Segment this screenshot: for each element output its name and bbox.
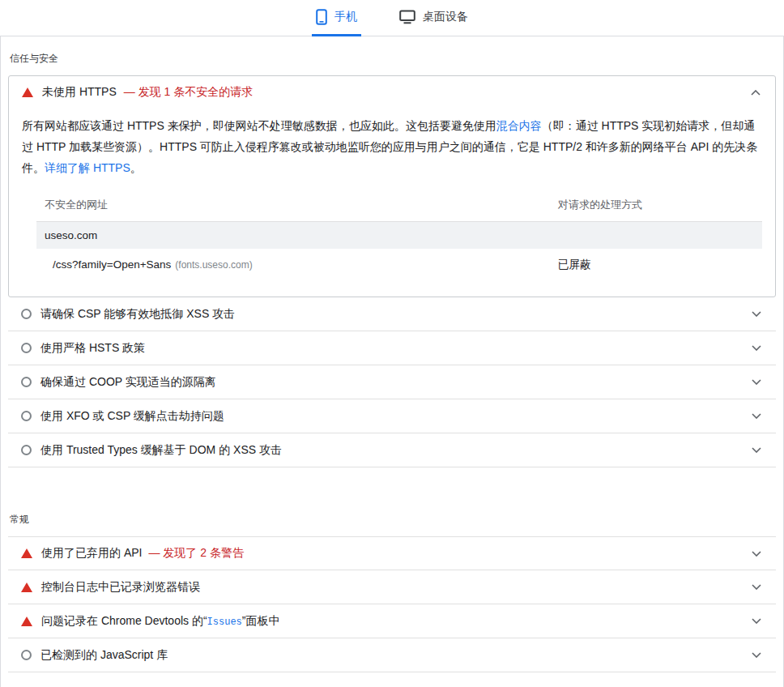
warning-triangle-icon	[22, 87, 33, 97]
audit-row-csp-xss[interactable]: 请确保 CSP 能够有效地抵御 XSS 攻击	[8, 297, 776, 331]
audit-row-label: 已检测到的 JavaScript 库	[40, 648, 168, 663]
audit-https-title: 未使用 HTTPS	[42, 85, 117, 100]
audit-https-header[interactable]: 未使用 HTTPS — 发现 1 条不安全的请求	[9, 76, 775, 109]
audit-row-label: 使用 Trusted Types 缓解基于 DOM 的 XSS 攻击	[40, 443, 282, 458]
chevron-down-icon	[750, 615, 763, 627]
audit-https-body: 所有网站都应该通过 HTTPS 来保护，即使网站不处理敏感数据，也应如此。这包括…	[9, 109, 775, 297]
chevron-up-icon	[749, 87, 762, 99]
chevron-down-icon	[750, 308, 763, 320]
request-url-cell: /css?family=Open+Sans(fonts.useso.com)	[36, 249, 550, 280]
request-resolution: 已屏蔽	[550, 249, 762, 280]
section-title-general: 常规	[8, 467, 776, 536]
issues-code-text: Issues	[207, 617, 242, 628]
device-tabbar: 手机 桌面设备	[0, 0, 784, 36]
audit-row-label: 使用严格 HSTS 政策	[40, 341, 145, 356]
audit-row-coop[interactable]: 确保通过 COOP 实现适当的源隔离	[8, 365, 776, 399]
audit-row-issues-panel[interactable]: 问题记录在 Chrome Devtools 的“Issues”面板中	[8, 604, 776, 638]
mixed-content-link[interactable]: 混合内容	[496, 119, 542, 132]
table-row: /css?family=Open+Sans(fonts.useso.com) 已…	[36, 249, 762, 280]
audit-row-trusted-types[interactable]: 使用 Trusted Types 缓解基于 DOM 的 XSS 攻击	[8, 433, 776, 467]
audit-row-warning-count: — 发现了 2 条警告	[148, 546, 243, 561]
audit-row-js-libraries[interactable]: 已检测到的 JavaScript 库	[8, 638, 776, 672]
audit-card-https: 未使用 HTTPS — 发现 1 条不安全的请求 所有网站都应该通过 HTTPS…	[8, 75, 776, 297]
tab-desktop-label: 桌面设备	[423, 10, 468, 24]
group-host-label: useso.com	[36, 222, 762, 250]
warning-triangle-icon	[21, 548, 32, 558]
desktop-icon	[399, 10, 415, 24]
audit-row-deprecated-api[interactable]: 使用了已弃用的 API — 发现了 2 条警告	[8, 536, 776, 570]
description-text: 所有网站都应该通过 HTTPS 来保护，即使网站不处理敏感数据，也应如此。这包括…	[22, 119, 496, 132]
label-text: ”面板中	[242, 614, 280, 627]
description-text: 。	[130, 161, 142, 174]
request-host: (fonts.useso.com)	[175, 259, 252, 271]
audit-row-label: 问题记录在 Chrome Devtools 的“Issues”面板中	[41, 614, 279, 629]
audit-https-subtitle: — 发现 1 条不安全的请求	[124, 85, 253, 100]
label-text: 问题记录在 Chrome Devtools 的“	[41, 614, 207, 627]
chevron-down-icon	[750, 548, 763, 560]
chevron-down-icon	[750, 410, 763, 422]
audit-https-description: 所有网站都应该通过 HTTPS 来保护，即使网站不处理敏感数据，也应如此。这包括…	[22, 115, 762, 178]
neutral-circle-icon	[21, 650, 32, 660]
audit-row-xfo-csp[interactable]: 使用 XFO 或 CSP 缓解点击劫持问题	[8, 399, 776, 433]
table-header-row: 不安全的网址 对请求的处理方式	[36, 189, 762, 222]
neutral-circle-icon	[21, 411, 32, 421]
column-header-resolution: 对请求的处理方式	[550, 189, 762, 222]
neutral-circle-icon	[21, 445, 32, 455]
neutral-circle-icon	[21, 377, 32, 387]
learn-more-https-link[interactable]: 详细了解 HTTPS	[45, 161, 130, 174]
audit-row-label: 请确保 CSP 能够有效地抵御 XSS 攻击	[40, 307, 235, 322]
report-frame: 信任与安全 未使用 HTTPS — 发现 1 条不安全的请求 所有网站都应该通过…	[0, 36, 784, 687]
table-group-row: useso.com	[36, 222, 762, 250]
neutral-circle-icon	[21, 309, 32, 319]
tab-desktop[interactable]: 桌面设备	[395, 0, 472, 36]
column-header-url: 不安全的网址	[36, 189, 550, 222]
audit-row-label: 使用 XFO 或 CSP 缓解点击劫持问题	[40, 409, 224, 424]
chevron-down-icon	[750, 649, 763, 661]
chevron-down-icon	[750, 376, 763, 388]
tab-mobile-label: 手机	[334, 10, 357, 24]
mobile-icon	[316, 9, 327, 25]
chevron-down-icon	[750, 342, 763, 354]
neutral-circle-icon	[21, 343, 32, 353]
chevron-down-icon	[750, 444, 763, 456]
warning-triangle-icon	[21, 617, 32, 626]
audit-row-label: 确保通过 COOP 实现适当的源隔离	[40, 375, 216, 390]
request-url: /css?family=Open+Sans	[53, 258, 171, 271]
warning-triangle-icon	[21, 582, 32, 592]
audit-row-label: 控制台日志中已记录浏览器错误	[41, 580, 200, 595]
section-title-trust: 信任与安全	[8, 36, 776, 75]
audit-row-label: 使用了已弃用的 API	[41, 546, 142, 561]
tab-mobile[interactable]: 手机	[312, 0, 361, 36]
insecure-requests-table: 不安全的网址 对请求的处理方式 useso.com /css?family=Op…	[36, 189, 762, 280]
chevron-down-icon	[750, 581, 763, 593]
audit-row-hsts[interactable]: 使用严格 HSTS 政策	[8, 331, 776, 365]
audit-row-console-errors[interactable]: 控制台日志中已记录浏览器错误	[8, 570, 776, 604]
